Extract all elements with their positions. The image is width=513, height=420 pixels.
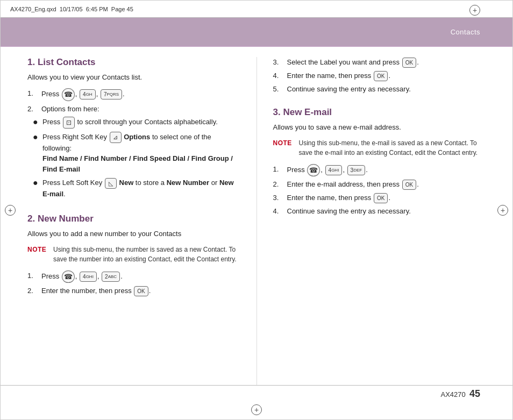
section3-intro: Allows you to save a new e-mail address. [273, 122, 486, 133]
step-text: Press ☎, 4GHI, 3DEF. [287, 164, 368, 177]
section-divider [273, 97, 486, 107]
note-label: NOTE [273, 138, 294, 158]
step-2-1: 1. Press ☎, 4GHI, 2ABC. [27, 270, 240, 283]
ok-key: OK [374, 193, 388, 203]
step-text: Continue saving the entry as necessary. [287, 206, 411, 217]
content-area: 1. List Contacts Allows you to view your… [27, 52, 486, 385]
phone-key: ☎ [62, 88, 75, 101]
col-right: 3. Select the Label you want and press O… [273, 52, 486, 385]
ok-key: OK [374, 71, 388, 81]
bullet-dot: ● [33, 117, 39, 129]
step-3-3: 3. Enter the name, then press OK. [273, 193, 486, 203]
section2-intro: Allows you to add a new number to your C… [27, 229, 240, 239]
contacts-label: Contacts [451, 18, 480, 46]
section3-title: 3. New E-mail [273, 107, 486, 118]
registration-mark-top-right [469, 5, 480, 16]
step-num: 2. [27, 104, 39, 115]
note-block-1: NOTE Using this sub-menu, the number is … [27, 245, 240, 264]
step-r-3: 3. Select the Label you want and press O… [273, 57, 486, 68]
step-num: 5. [273, 84, 285, 95]
step-num: 3. [273, 57, 285, 68]
step-num: 1. [27, 270, 39, 283]
contacts-band [1, 18, 512, 46]
note-text: Using this sub-menu, the number is saved… [53, 245, 240, 264]
key-7pqrs: 7PQRS [101, 89, 122, 99]
ok-key: OK [134, 286, 148, 296]
step-r-4: 4. Enter the name, then press OK. [273, 70, 486, 81]
step-1-1: 1. Press ☎, 4GH, 7PQRS. [27, 88, 240, 101]
key-3def: 3DEF [347, 165, 366, 175]
phone-key: ☎ [307, 164, 320, 177]
page-label: Page 45 [111, 6, 133, 12]
continued-steps: 3. Select the Label you want and press O… [273, 57, 486, 95]
bullet-scroll: ● Press ⊡ to scroll through your Contact… [33, 117, 240, 129]
col-divider [256, 57, 257, 385]
step-num: 2. [27, 286, 39, 296]
step-text: Press ☎, 4GH, 7PQRS. [41, 88, 125, 101]
step-3-2: 2. Enter the e-mail address, then press … [273, 179, 486, 190]
lsk-key: ◺ [105, 178, 117, 189]
scroll-key: ⊡ [63, 117, 75, 129]
bullet-text: Press Right Soft Key ⊿ Options to select… [42, 132, 240, 174]
ok-key: OK [402, 58, 416, 68]
step-num: 3. [273, 193, 285, 203]
section1-title: 1. List Contacts [27, 57, 240, 68]
key-4ghi-r: 4GHI [325, 165, 343, 175]
note-label: NOTE [27, 245, 48, 264]
ok-key: OK [402, 180, 416, 190]
bullet-new: ● Press Left Soft Key ◺ New to store a N… [33, 177, 240, 199]
step-num: 1. [273, 164, 285, 177]
time-label: 6:45 PM [86, 6, 108, 12]
section-divider [27, 204, 240, 213]
registration-mark-right [497, 205, 508, 216]
step-text: Enter the number, then press OK. [41, 286, 151, 296]
col-left: 1. List Contacts Allows you to view your… [27, 52, 240, 385]
step-text: Enter the name, then press OK. [287, 70, 391, 81]
date-label: 10/17/05 [60, 6, 83, 12]
note-text: Using this sub-menu, the e-mail is saved… [299, 138, 486, 158]
section1-intro: Allows you to view your Contacts list. [27, 72, 240, 83]
section2-title: 2. New Number [27, 213, 240, 224]
section-new-email: 3. New E-mail Allows you to save a new e… [273, 107, 486, 217]
step-num: 4. [273, 70, 285, 81]
step-1-2: 2. Options from here: [27, 104, 240, 115]
key-4ghi: 4GHI [80, 272, 97, 282]
key-4gh: 4GH [80, 89, 96, 99]
bullet-dot: ● [33, 177, 39, 199]
registration-mark-bottom [251, 404, 262, 415]
top-header: AX4270_Eng.qxd 10/17/05 6:45 PM Page 45 [1, 1, 512, 18]
bullet-dot: ● [33, 132, 39, 174]
step-2-2: 2. Enter the number, then press OK. [27, 286, 240, 296]
step-text: Press ☎, 4GHI, 2ABC. [41, 270, 123, 283]
step-text: Options from here: [41, 104, 99, 115]
step-3-1: 1. Press ☎, 4GHI, 3DEF. [273, 164, 486, 177]
key-2abc: 2ABC [102, 272, 120, 282]
footer-band: AX4270 45 [1, 385, 512, 402]
step-text: Enter the name, then press OK. [287, 193, 391, 203]
bullet-text: Press Left Soft Key ◺ New to store a New… [42, 177, 240, 199]
step-text: Continue saving the entry as necessary. [287, 84, 411, 95]
footer-text: AX4270 45 [440, 388, 480, 400]
bullet-text: Press ⊡ to scroll through your Contacts … [42, 117, 218, 129]
step-text: Select the Label you want and press OK. [287, 57, 419, 68]
note-block-2: NOTE Using this sub-menu, the e-mail is … [273, 138, 486, 158]
step-num: 1. [27, 88, 39, 101]
registration-mark-left [5, 205, 16, 216]
rsk-key: ⊿ [110, 132, 122, 143]
bullet-list: ● Press ⊡ to scroll through your Contact… [33, 117, 240, 200]
section-list-contacts: 1. List Contacts Allows you to view your… [27, 57, 240, 200]
phone-key: ☎ [62, 270, 75, 283]
step-text: Enter the e-mail address, then press OK. [287, 179, 419, 190]
step-num: 2. [273, 179, 285, 190]
step-num: 4. [273, 206, 285, 217]
bullet-options: ● Press Right Soft Key ⊿ Options to sele… [33, 132, 240, 174]
filename-label: AX4270_Eng.qxd [10, 6, 56, 12]
step-r-5: 5. Continue saving the entry as necessar… [273, 84, 486, 95]
section-new-number: 2. New Number Allows you to add a new nu… [27, 213, 240, 297]
page-frame: AX4270_Eng.qxd 10/17/05 6:45 PM Page 45 … [0, 0, 513, 420]
top-divider [1, 46, 512, 47]
step-3-4: 4. Continue saving the entry as necessar… [273, 206, 486, 217]
